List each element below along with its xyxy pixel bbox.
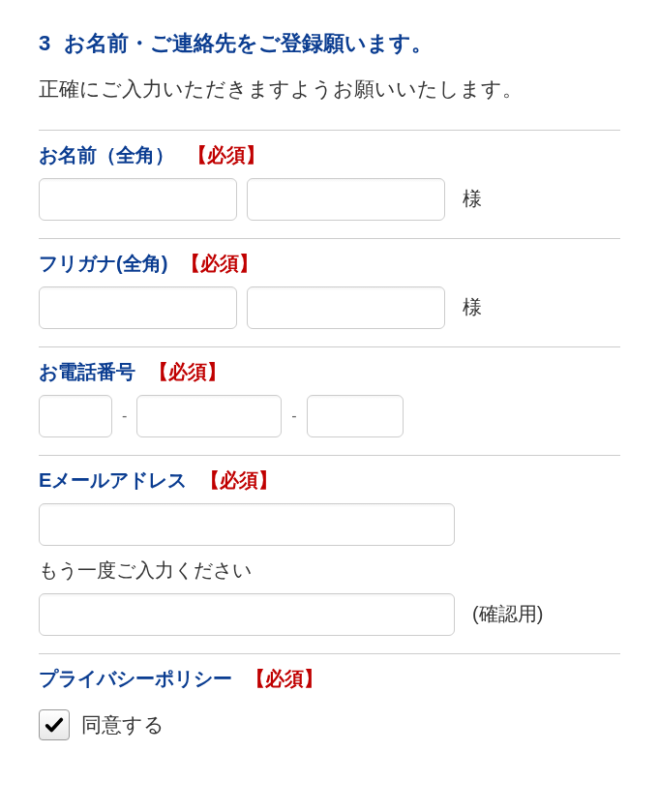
name-first-input[interactable] bbox=[247, 178, 445, 221]
privacy-checkbox[interactable] bbox=[39, 709, 70, 740]
name-section: お名前（全角） 【必須】 様 bbox=[39, 130, 620, 238]
privacy-required: 【必須】 bbox=[246, 668, 323, 689]
furigana-last-input[interactable] bbox=[39, 286, 237, 329]
privacy-label-row: プライバシーポリシー 【必須】 bbox=[39, 666, 620, 692]
name-label-row: お名前（全角） 【必須】 bbox=[39, 142, 620, 168]
phone-middle-input[interactable] bbox=[136, 395, 282, 437]
section-subtext: 正確にご入力いただきますようお願いいたします。 bbox=[39, 73, 620, 105]
phone-input-row: - - bbox=[39, 395, 620, 437]
email-confirm-input[interactable] bbox=[39, 593, 455, 636]
furigana-label: フリガナ(全角) bbox=[39, 253, 167, 274]
privacy-section: プライバシーポリシー 【必須】 同意する bbox=[39, 653, 620, 758]
email-confirm-row: (確認用) bbox=[39, 593, 620, 636]
name-input-row: 様 bbox=[39, 178, 620, 221]
name-last-input[interactable] bbox=[39, 178, 237, 221]
email-section: Eメールアドレス 【必須】 もう一度ご入力ください (確認用) bbox=[39, 455, 620, 653]
furigana-first-input[interactable] bbox=[247, 286, 445, 329]
email-confirm-suffix: (確認用) bbox=[472, 601, 543, 627]
privacy-checkbox-label: 同意する bbox=[81, 711, 165, 738]
furigana-required: 【必須】 bbox=[181, 253, 258, 274]
check-icon bbox=[44, 714, 65, 736]
phone-label: お電話番号 bbox=[39, 361, 135, 382]
section-heading: 3 お名前・ご連絡先をご登録願います。 bbox=[39, 29, 620, 58]
phone-section: お電話番号 【必須】 - - bbox=[39, 346, 620, 455]
phone-area-input[interactable] bbox=[39, 395, 112, 437]
section-title: お名前・ご連絡先をご登録願います。 bbox=[64, 31, 433, 55]
email-label: Eメールアドレス bbox=[39, 469, 187, 491]
phone-sep-1: - bbox=[122, 407, 127, 425]
section-number: 3 bbox=[39, 31, 50, 55]
phone-required: 【必須】 bbox=[149, 361, 226, 382]
phone-label-row: お電話番号 【必須】 bbox=[39, 359, 620, 385]
email-input[interactable] bbox=[39, 503, 455, 546]
privacy-label: プライバシーポリシー bbox=[39, 668, 232, 689]
phone-sep-2: - bbox=[291, 407, 296, 425]
name-required: 【必須】 bbox=[188, 144, 265, 165]
privacy-checkbox-row: 同意する bbox=[39, 709, 620, 740]
email-label-row: Eメールアドレス 【必須】 bbox=[39, 467, 620, 494]
name-suffix: 様 bbox=[463, 186, 482, 212]
furigana-label-row: フリガナ(全角) 【必須】 bbox=[39, 251, 620, 277]
furigana-suffix: 様 bbox=[463, 294, 482, 320]
furigana-input-row: 様 bbox=[39, 286, 620, 329]
furigana-section: フリガナ(全角) 【必須】 様 bbox=[39, 238, 620, 346]
phone-last-input[interactable] bbox=[307, 395, 404, 437]
email-hint: もう一度ご入力ください bbox=[39, 557, 620, 584]
email-required: 【必須】 bbox=[200, 469, 278, 491]
email-input-row bbox=[39, 503, 620, 546]
name-label: お名前（全角） bbox=[39, 144, 174, 165]
